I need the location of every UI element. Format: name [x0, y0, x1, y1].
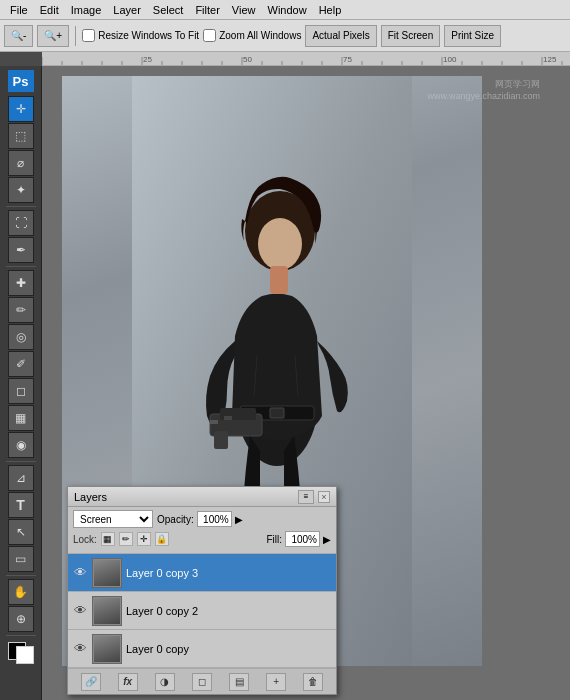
opacity-input[interactable] — [197, 511, 232, 527]
brush-tool[interactable]: ✏ — [8, 297, 34, 323]
tool-separator-4 — [6, 575, 36, 576]
layer-name: Layer 0 copy 3 — [126, 567, 332, 579]
layer-visibility-icon[interactable]: 👁 — [72, 565, 88, 581]
layers-title-group: Layers — [74, 491, 107, 503]
color-swatch[interactable] — [8, 642, 34, 664]
layer-item[interactable]: 👁 Layer 0 copy 3 — [68, 554, 336, 592]
fill-input[interactable] — [285, 531, 320, 547]
blend-opacity-row: Screen Opacity: ▶ — [73, 510, 331, 528]
zoom-tool[interactable]: ⊕ — [8, 606, 34, 632]
resize-windows-group: Resize Windows To Fit — [82, 29, 199, 42]
layers-panel-title: Layers — [74, 491, 107, 503]
layers-footer: 🔗 fx ◑ ◻ ▤ + 🗑 — [68, 668, 336, 694]
menu-filter[interactable]: Filter — [189, 2, 225, 18]
resize-windows-checkbox[interactable] — [82, 29, 95, 42]
fx-button[interactable]: fx — [118, 673, 138, 691]
options-bar: 🔍- 🔍+ Resize Windows To Fit Zoom All Win… — [0, 20, 570, 52]
menu-view[interactable]: View — [226, 2, 262, 18]
svg-point-5 — [258, 218, 302, 270]
menu-bar: File Edit Image Layer Select Filter View… — [0, 0, 570, 20]
layer-thumbnail — [92, 634, 122, 664]
layer-thumbnail — [92, 596, 122, 626]
crop-tool[interactable]: ⛶ — [8, 210, 34, 236]
dodge-tool[interactable]: ◉ — [8, 432, 34, 458]
lock-fill-row: Lock: ▦ ✏ ✛ 🔒 Fill: ▶ — [73, 531, 331, 547]
tool-separator-1 — [6, 206, 36, 207]
lock-position-icon[interactable]: ✛ — [137, 532, 151, 546]
magic-wand-tool[interactable]: ✦ — [8, 177, 34, 203]
svg-rect-9 — [214, 431, 228, 449]
shape-tool[interactable]: ▭ — [8, 546, 34, 572]
lasso-tool[interactable]: ⌀ — [8, 150, 34, 176]
path-select-tool[interactable]: ↖ — [8, 519, 34, 545]
opacity-arrow[interactable]: ▶ — [235, 514, 243, 525]
fill-group: Fill: ▶ — [266, 531, 331, 547]
layer-name: Layer 0 copy — [126, 643, 332, 655]
healing-tool[interactable]: ✚ — [8, 270, 34, 296]
actual-pixels-button[interactable]: Actual Pixels — [305, 25, 376, 47]
eyedropper-tool[interactable]: ✒ — [8, 237, 34, 263]
zoom-out-button[interactable]: 🔍- — [4, 25, 33, 47]
zoom-all-checkbox[interactable] — [203, 29, 216, 42]
move-tool[interactable]: ✛ — [8, 96, 34, 122]
layers-close-button[interactable]: × — [318, 491, 330, 503]
gradient-tool[interactable]: ▦ — [8, 405, 34, 431]
menu-layer[interactable]: Layer — [107, 2, 147, 18]
zoom-all-label: Zoom All Windows — [219, 30, 301, 41]
layer-visibility-icon[interactable]: 👁 — [72, 641, 88, 657]
fill-label: Fill: — [266, 534, 282, 545]
tool-separator-2 — [6, 266, 36, 267]
mask-button[interactable]: ◻ — [192, 673, 212, 691]
eraser-tool[interactable]: ◻ — [8, 378, 34, 404]
svg-rect-3 — [270, 408, 284, 418]
ps-logo: Ps — [8, 70, 34, 92]
tool-separator-5 — [6, 635, 36, 636]
type-tool[interactable]: T — [8, 492, 34, 518]
layers-controls: Screen Opacity: ▶ Lock: ▦ ✏ ✛ 🔒 — [68, 507, 336, 554]
menu-file[interactable]: File — [4, 2, 34, 18]
adjustment-layer-button[interactable]: ◑ — [155, 673, 175, 691]
menu-edit[interactable]: Edit — [34, 2, 65, 18]
layers-list: 👁 Layer 0 copy 3 👁 Layer 0 copy 2 — [68, 554, 336, 668]
layer-item[interactable]: 👁 Layer 0 copy 2 — [68, 592, 336, 630]
new-layer-button[interactable]: + — [266, 673, 286, 691]
layer-name: Layer 0 copy 2 — [126, 605, 332, 617]
hand-tool[interactable]: ✋ — [8, 579, 34, 605]
background-color[interactable] — [16, 646, 34, 664]
resize-windows-label: Resize Windows To Fit — [98, 30, 199, 41]
print-size-button[interactable]: Print Size — [444, 25, 501, 47]
lock-image-icon[interactable]: ✏ — [119, 532, 133, 546]
blend-mode-select[interactable]: Screen — [73, 510, 153, 528]
main-area: Ps ✛ ⬚ ⌀ ✦ ⛶ ✒ ✚ ✏ ◎ ✐ ◻ ▦ ◉ ⊿ T ↖ ▭ ✋ ⊕ — [0, 66, 570, 700]
svg-rect-6 — [270, 266, 288, 294]
layers-menu-button[interactable]: ≡ — [298, 490, 314, 504]
menu-select[interactable]: Select — [147, 2, 190, 18]
menu-image[interactable]: Image — [65, 2, 108, 18]
layer-visibility-icon[interactable]: 👁 — [72, 603, 88, 619]
layer-item[interactable]: 👁 Layer 0 copy — [68, 630, 336, 668]
zoom-in-button[interactable]: 🔍+ — [37, 25, 69, 47]
menu-help[interactable]: Help — [313, 2, 348, 18]
new-group-button[interactable]: ▤ — [229, 673, 249, 691]
svg-rect-10 — [224, 416, 232, 420]
canvas-area: 网页学习网 www.wangye.chazidian.com Layers ≡ … — [42, 66, 570, 700]
fill-arrow[interactable]: ▶ — [323, 534, 331, 545]
opacity-group: Opacity: ▶ — [157, 511, 243, 527]
horizontal-ruler — [42, 52, 570, 66]
delete-layer-button[interactable]: 🗑 — [303, 673, 323, 691]
tools-panel: Ps ✛ ⬚ ⌀ ✦ ⛶ ✒ ✚ ✏ ◎ ✐ ◻ ▦ ◉ ⊿ T ↖ ▭ ✋ ⊕ — [0, 66, 42, 700]
menu-window[interactable]: Window — [262, 2, 313, 18]
tool-separator-3 — [6, 461, 36, 462]
layers-panel: Layers ≡ × Screen Opacity: ▶ — [67, 486, 337, 695]
toolbar-separator — [75, 26, 76, 46]
lock-label: Lock: — [73, 534, 97, 545]
lock-transparency-icon[interactable]: ▦ — [101, 532, 115, 546]
link-layers-button[interactable]: 🔗 — [81, 673, 101, 691]
fit-screen-button[interactable]: Fit Screen — [381, 25, 441, 47]
history-brush-tool[interactable]: ✐ — [8, 351, 34, 377]
layers-titlebar: Layers ≡ × — [68, 487, 336, 507]
lock-all-icon[interactable]: 🔒 — [155, 532, 169, 546]
pen-tool[interactable]: ⊿ — [8, 465, 34, 491]
clone-tool[interactable]: ◎ — [8, 324, 34, 350]
marquee-tool[interactable]: ⬚ — [8, 123, 34, 149]
